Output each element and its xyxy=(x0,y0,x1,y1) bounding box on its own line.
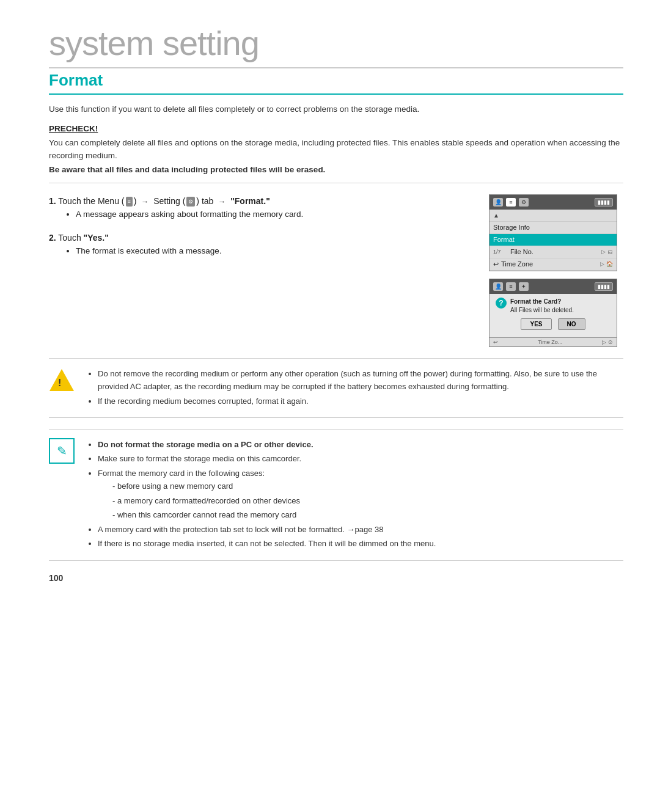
cam-back-icon: ↩ xyxy=(493,260,499,268)
cam-file-no-label: File No. xyxy=(510,248,534,255)
cam-storage-label: Storage Info xyxy=(493,224,530,231)
cam-menu-row-up: ▲ xyxy=(490,210,617,222)
cam-yes-button[interactable]: YES xyxy=(521,318,551,330)
step-1: 1. Touch the Menu (≡) → Setting (⚙) tab … xyxy=(49,194,471,221)
warning-box: Do not remove the recording medium or pe… xyxy=(49,358,623,418)
step-2-yes-label: "Yes." xyxy=(84,233,109,243)
cam-gear-icon: ⚙ xyxy=(519,198,529,207)
cam-menu-file-no: 1/7 File No. ▷ 🗂 xyxy=(490,246,617,258)
menu-icon: ≡ xyxy=(126,197,133,207)
step-2-bullet-1: The format is executed with a message. xyxy=(76,244,471,258)
triangle-icon xyxy=(50,369,74,391)
step-1-bullets: A message appears asking about formattin… xyxy=(64,208,471,221)
cam-time-zone-icons: ▷ 🏠 xyxy=(600,261,613,267)
pencil-icon: ✎ xyxy=(57,444,67,458)
note-item-1-bold: Do not format the storage media on a PC … xyxy=(98,440,314,449)
note-sub-item-2: a memory card formatted/recorded on othe… xyxy=(112,494,436,507)
steps-content: 1. Touch the Menu (≡) → Setting (⚙) tab … xyxy=(49,194,471,347)
warning-text: Do not remove the recording medium or pe… xyxy=(84,367,623,409)
step-1-format-label: "Format." xyxy=(230,196,270,206)
step-1-bullet-1: A message appears asking about formattin… xyxy=(76,208,471,221)
precheck-text2: Be aware that all files and data includi… xyxy=(49,165,623,183)
note-icon: ✎ xyxy=(49,438,75,464)
camera-screens: 👤 ≡ ⚙ ▮▮▮▮ ▲ Storage Info Format 1/7 F xyxy=(489,194,623,347)
cam-file-no-icons: ▷ 🗂 xyxy=(601,249,613,255)
precheck-text1: You can completely delete all files and … xyxy=(49,137,623,163)
intro-text: Use this function if you want to delete … xyxy=(49,103,623,115)
note-sub-item-1: before using a new memory card xyxy=(112,480,436,492)
note-text: Do not format the storage media on a PC … xyxy=(84,438,436,552)
note-item-4: A memory card with the protection tab se… xyxy=(98,523,436,536)
warning-item-1: Do not remove the recording medium or pe… xyxy=(98,367,623,393)
note-list: Do not format the storage media on a PC … xyxy=(98,438,436,550)
warning-list: Do not remove the recording medium or pe… xyxy=(98,367,623,408)
cam-dialog-question: ? Format the Card? All Files will be del… xyxy=(496,298,610,315)
cam-dialog-sub-text: All Files will be deleted. xyxy=(510,307,574,313)
cam-menu-storage-info: Storage Info xyxy=(490,222,617,234)
cam-menu-format: Format xyxy=(490,234,617,246)
camera-screen-1: 👤 ≡ ⚙ ▮▮▮▮ ▲ Storage Info Format 1/7 F xyxy=(489,194,617,271)
step-1-number: 1. xyxy=(49,196,56,206)
step-2: 2. Touch "Yes." The format is executed w… xyxy=(49,231,471,258)
note-item-1: Do not format the storage media on a PC … xyxy=(98,438,436,451)
note-sub-list: before using a new memory card a memory … xyxy=(112,480,436,521)
cam-battery-1: ▮▮▮▮ xyxy=(595,198,613,207)
step-2-number: 2. xyxy=(49,233,56,243)
cam-bottom-icon: ▷ ⊙ xyxy=(602,339,613,345)
precheck-label: PRECHECK! xyxy=(49,124,623,133)
cam-tz-arrow: ▷ xyxy=(600,261,604,267)
cam-no-button[interactable]: NO xyxy=(558,318,585,330)
cam-tz-home: 🏠 xyxy=(606,261,613,267)
cam-topbar-1: 👤 ≡ ⚙ ▮▮▮▮ xyxy=(490,195,617,210)
page-number: 100 xyxy=(49,573,623,583)
cam-topbar-icons-2: 👤 ≡ ✦ xyxy=(493,282,529,291)
steps-area: 1. Touch the Menu (≡) → Setting (⚙) tab … xyxy=(49,194,623,347)
cam-bottom-bar: ↩ Time Zo... ▷ ⊙ xyxy=(490,337,617,346)
cam-up-arrow: ▲ xyxy=(493,212,499,219)
arrow-2: → xyxy=(218,196,226,208)
warning-item-2: If the recording medium becomes corrupte… xyxy=(98,395,623,408)
cam-time-zone-label: Time Zone xyxy=(501,260,533,268)
camera-screen-2: 👤 ≡ ✦ ▮▮▮▮ ? Format the Card? All Files … xyxy=(489,279,617,347)
step-2-bullets: The format is executed with a message. xyxy=(64,244,471,258)
note-item-3: Format the memory card in the following … xyxy=(98,467,436,522)
note-box: ✎ Do not format the storage media on a P… xyxy=(49,429,623,561)
cam-row-num: 1/7 xyxy=(493,249,508,255)
cam-dialog-body: ? Format the Card? All Files will be del… xyxy=(490,294,617,337)
note-sub-item-3: when this camcorder cannot read the memo… xyxy=(112,508,436,521)
arrow-1: → xyxy=(141,196,148,208)
cam-dialog-question-text: Format the Card? xyxy=(510,298,561,305)
cam-question-icon: ? xyxy=(496,298,507,309)
cam-person-icon-2: 👤 xyxy=(493,282,503,291)
setting-icon: ⚙ xyxy=(186,197,195,207)
cam-folder-icon: 🗂 xyxy=(607,249,613,255)
cam-dialog-text: Format the Card? All Files will be delet… xyxy=(510,298,574,315)
page-title: system setting xyxy=(49,24,623,68)
cam-person-icon: 👤 xyxy=(493,198,503,207)
cam-dialog-buttons: YES NO xyxy=(496,318,610,330)
warning-icon xyxy=(49,367,75,393)
cam-back-icon-2: ↩ xyxy=(493,339,498,345)
cam-battery-2: ▮▮▮▮ xyxy=(595,282,613,291)
cam-menu-time-zone: ↩ Time Zone ▷ 🏠 xyxy=(490,258,617,271)
cam-topbar-icons-1: 👤 ≡ ⚙ xyxy=(493,198,529,207)
note-item-2: Make sure to format the storage media on… xyxy=(98,452,436,465)
cam-topbar-2: 👤 ≡ ✦ ▮▮▮▮ xyxy=(490,279,617,294)
cam-bottom-label: Time Zo... xyxy=(538,339,562,345)
cam-menu-icon: ≡ xyxy=(506,198,516,207)
cam-format-label: Format xyxy=(493,236,515,243)
cam-play-icon: ▷ xyxy=(601,249,606,255)
note-item-5: If there is no storage media inserted, i… xyxy=(98,537,436,550)
cam-star-icon: ✦ xyxy=(519,282,529,291)
cam-menu-icon-2: ≡ xyxy=(506,282,516,291)
section-heading: Format xyxy=(49,71,623,95)
